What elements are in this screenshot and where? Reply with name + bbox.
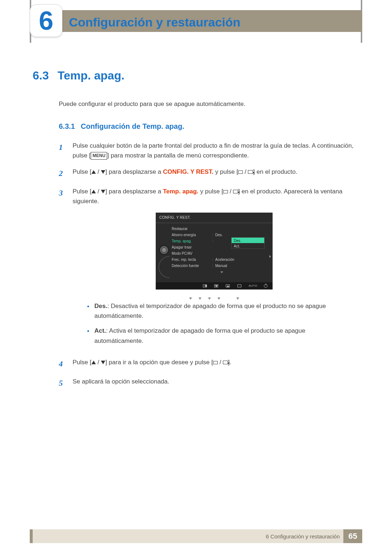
section-heading: 6.3 Temp. apag.: [33, 69, 356, 82]
menu-key-icon: MENU: [91, 152, 107, 160]
footer-page-number: 65: [343, 529, 362, 543]
osd-auto-label: AUTO: [249, 284, 257, 288]
osd-option-act: Act.: [232, 243, 264, 249]
osd-menu: Restaurar Ahorro energía:Des. Temp. apag…: [170, 226, 272, 278]
section-intro: Puede configurar el producto para que se…: [59, 100, 356, 108]
gear-icon: [160, 246, 168, 254]
osd-row-frec-rep: Frec. rep. tecla:Aceleración: [172, 257, 272, 263]
page-content: 6.3 Temp. apag. Puede configurar el prod…: [33, 69, 356, 396]
footer-text: 6 Configuración y restauración: [266, 533, 343, 539]
section-number: 6.3: [33, 69, 49, 82]
osd-enter-icon: [237, 284, 242, 288]
osd-title: CONFIG. Y REST.: [156, 215, 273, 223]
bullet-dot-icon: •: [87, 301, 89, 321]
triangle-down-icon: [101, 190, 105, 193]
chapter-title: Configuración y restauración: [69, 15, 240, 29]
rect-enter-icon: [248, 170, 253, 174]
subsection-heading: 6.3.1 Configuración de Temp. apag.: [59, 122, 356, 131]
highlight-config-rest: CONFIG. Y REST.: [163, 168, 213, 175]
step-body: Pulse [ / ] para ir a la opción que dese…: [73, 357, 356, 370]
bullet-des-label: Des.: [94, 303, 107, 309]
page-footer: 6 Configuración y restauración 65: [30, 529, 362, 543]
option-descriptions: • Des.: Desactiva el temporizador de apa…: [87, 301, 356, 346]
submenu-arrow-icon: [269, 255, 271, 258]
osd-option-des: Des.: [232, 238, 264, 243]
step-number: 3: [59, 186, 66, 351]
triangle-up-icon: [91, 361, 96, 364]
osd-panel: CONFIG. Y REST. Restaurar Ahorro energía…: [156, 213, 273, 290]
osd-back-icon: [202, 284, 207, 288]
subsection-title: Configuración de Temp. apag.: [81, 122, 184, 131]
step-number: 1: [59, 141, 66, 160]
rect-icon: [238, 171, 243, 174]
step-4: 4 Pulse [ / ] para ir a la opción que de…: [59, 357, 356, 370]
step-number: 5: [59, 377, 66, 389]
triangle-down-icon: [101, 361, 105, 364]
osd-pointer-row: [73, 297, 356, 300]
footer-accent: [30, 529, 33, 543]
step-number: 4: [59, 357, 66, 370]
step-number: 2: [59, 167, 66, 180]
bullet-dot-icon: •: [87, 326, 89, 345]
power-icon: [264, 284, 268, 288]
bullet-act-label: Act.: [94, 327, 106, 334]
triangle-down-icon: [101, 170, 105, 174]
step-body: Se aplicará la opción seleccionada.: [73, 377, 356, 389]
step-body: Pulse [ / ] para desplazarse a Temp. apa…: [73, 186, 356, 351]
step-5: 5 Se aplicará la opción seleccionada.: [59, 377, 356, 389]
step-1: 1 Pulse cualquier botón de la parte fron…: [59, 141, 356, 160]
step-2: 2 Pulse [ / ] para desplazarse a CONFIG.…: [59, 167, 356, 180]
triangle-up-icon: [91, 190, 96, 193]
bullet-des: • Des.: Desactiva el temporizador de apa…: [87, 301, 356, 321]
highlight-temp-apag: Temp. apag.: [163, 188, 199, 195]
osd-up-icon: [225, 284, 230, 288]
rect-icon: [213, 361, 218, 364]
subsection-number: 6.3.1: [59, 122, 75, 131]
rect-enter-icon: [233, 190, 238, 193]
step-body: Pulse cualquier botón de la parte fronta…: [73, 141, 356, 160]
steps-list: 1 Pulse cualquier botón de la parte fron…: [59, 141, 356, 389]
triangle-up-icon: [91, 170, 96, 174]
bullet-act: • Act.: Activa el temporizador de apagad…: [87, 326, 356, 345]
osd-row-modo-pcav: Modo PC/AV: [172, 251, 272, 257]
chapter-number: 6: [39, 8, 53, 34]
osd-row-deteccion: Detección fuente:Manual: [172, 263, 272, 269]
rect-enter-icon: [223, 361, 228, 364]
scroll-down-icon: [172, 269, 272, 276]
osd-option-popup: Des. Act.: [231, 237, 265, 249]
rect-icon: [223, 190, 228, 193]
osd-screenshot: CONFIG. Y REST. Restaurar Ahorro energía…: [73, 213, 356, 290]
section-title: Temp. apag.: [57, 69, 124, 82]
osd-button-bar: AUTO: [156, 282, 273, 290]
step-3: 3 Pulse [ / ] para desplazarse a Temp. a…: [59, 186, 356, 351]
arc-decoration: [159, 256, 170, 278]
step-body: Pulse [ / ] para desplazarse a CONFIG. Y…: [73, 167, 356, 180]
chapter-chip: 6: [30, 4, 62, 37]
osd-row-restaurar: Restaurar: [172, 226, 272, 232]
osd-down-icon: [214, 284, 219, 288]
